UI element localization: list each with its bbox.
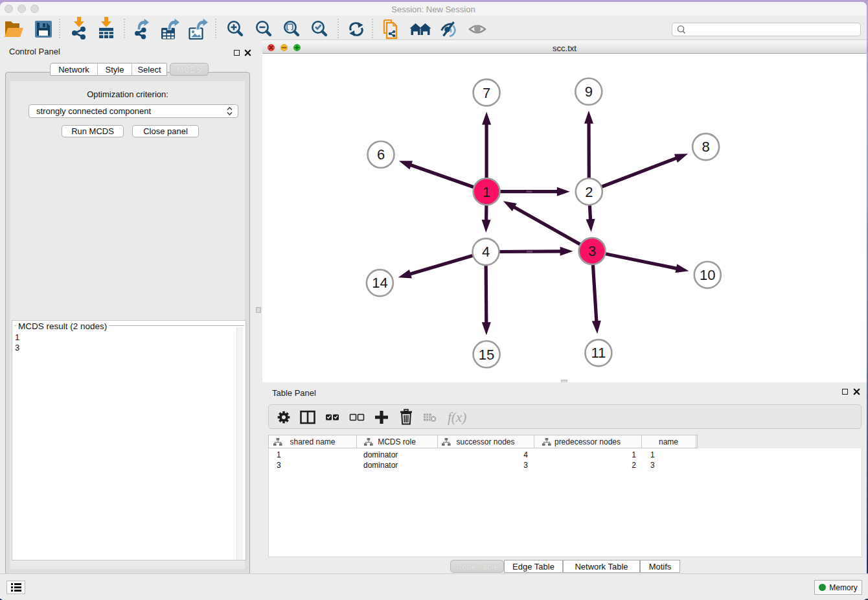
svg-text:9: 9 bbox=[585, 84, 593, 100]
svg-text:15: 15 bbox=[479, 347, 494, 363]
svg-text:14: 14 bbox=[372, 275, 387, 291]
svg-text:11: 11 bbox=[591, 345, 606, 361]
svg-text:10: 10 bbox=[700, 267, 715, 283]
svg-text:1: 1 bbox=[483, 184, 490, 200]
svg-text:8: 8 bbox=[702, 139, 709, 155]
svg-text:4: 4 bbox=[482, 244, 490, 260]
svg-text:3: 3 bbox=[588, 243, 596, 259]
svg-text:7: 7 bbox=[483, 85, 490, 101]
svg-text:6: 6 bbox=[377, 146, 385, 163]
svg-text:f(x): f(x) bbox=[448, 410, 466, 425]
svg-text:2: 2 bbox=[585, 184, 593, 200]
